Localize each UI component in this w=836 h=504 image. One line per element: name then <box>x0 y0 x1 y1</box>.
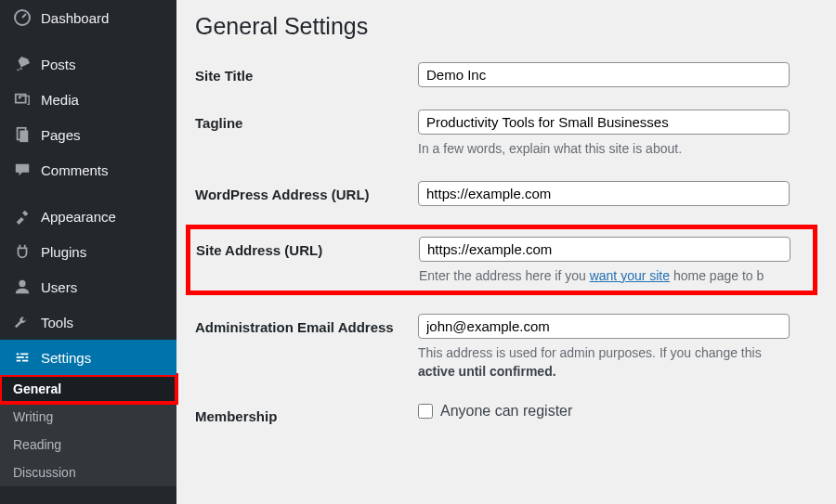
label-wp-url: WordPress Address (URL) <box>195 181 418 202</box>
svg-point-1 <box>19 97 21 99</box>
link-site-url-help[interactable]: want your site <box>590 268 670 283</box>
page-title: General Settings <box>195 13 817 40</box>
row-tagline: Tagline In a few words, explain what thi… <box>195 110 817 159</box>
admin-sidebar: Dashboard Posts Media Pages Comments App… <box>0 0 176 504</box>
appearance-icon <box>13 207 32 226</box>
submenu-item-reading[interactable]: Reading <box>0 431 176 459</box>
svg-rect-6 <box>20 354 28 355</box>
tools-icon <box>13 313 32 331</box>
sidebar-item-media[interactable]: Media <box>0 82 176 117</box>
sidebar-item-posts[interactable]: Posts <box>0 46 176 82</box>
checkbox-anyone-register[interactable] <box>418 404 433 419</box>
sidebar-item-appearance[interactable]: Appearance <box>0 199 176 234</box>
sidebar-label: Media <box>41 92 79 108</box>
label-membership: Membership <box>195 403 418 424</box>
checkbox-label: Anyone can register <box>440 403 572 420</box>
label-tagline: Tagline <box>195 110 418 131</box>
submenu-item-writing[interactable]: Writing <box>0 403 176 431</box>
comments-icon <box>13 161 32 179</box>
desc-tagline: In a few words, explain what this site i… <box>418 140 817 159</box>
row-membership: Membership Anyone can register <box>195 403 817 424</box>
row-wp-url: WordPress Address (URL) <box>195 181 817 206</box>
sidebar-label: Posts <box>41 57 76 72</box>
label-site-url: Site Address (URL) <box>196 237 419 258</box>
input-admin-email[interactable] <box>418 314 790 339</box>
svg-rect-5 <box>17 354 20 355</box>
pin-icon <box>13 55 32 73</box>
sidebar-item-users[interactable]: Users <box>0 269 176 304</box>
sidebar-label: Appearance <box>41 209 116 225</box>
settings-content: General Settings Site Title Tagline In a… <box>176 0 836 504</box>
sidebar-label: Dashboard <box>41 10 109 26</box>
svg-rect-7 <box>17 356 24 358</box>
input-site-url[interactable] <box>419 237 790 262</box>
sidebar-label: Plugins <box>41 244 86 260</box>
settings-icon <box>13 348 32 367</box>
sidebar-label: Pages <box>41 127 81 143</box>
sidebar-item-comments[interactable]: Comments <box>0 152 176 187</box>
media-icon <box>13 90 32 109</box>
label-site-title: Site Title <box>195 62 418 84</box>
desc-admin-email: This address is used for admin purposes.… <box>418 344 817 381</box>
sidebar-item-dashboard[interactable]: Dashboard <box>0 0 176 35</box>
row-site-url: Site Address (URL) Enter the address her… <box>186 225 817 296</box>
input-tagline[interactable] <box>418 110 790 135</box>
label-admin-email: Administration Email Address <box>195 314 418 335</box>
sidebar-label: Tools <box>41 315 73 330</box>
desc-site-url: Enter the address here if you want your … <box>419 267 807 286</box>
submenu-item-discussion[interactable]: Discussion <box>0 459 176 486</box>
row-admin-email: Administration Email Address This addres… <box>195 314 817 381</box>
plugins-icon <box>13 242 32 261</box>
input-wp-url[interactable] <box>418 181 790 206</box>
sidebar-item-settings[interactable]: Settings <box>0 340 176 375</box>
sidebar-label: Users <box>41 279 77 295</box>
svg-rect-9 <box>17 360 21 362</box>
svg-rect-8 <box>26 356 29 358</box>
input-site-title[interactable] <box>418 62 790 87</box>
sidebar-item-tools[interactable]: Tools <box>0 304 176 340</box>
pages-icon <box>13 125 32 144</box>
sidebar-item-plugins[interactable]: Plugins <box>0 234 176 269</box>
svg-point-4 <box>19 280 25 287</box>
svg-rect-10 <box>22 360 28 362</box>
settings-submenu: General Writing Reading Discussion <box>0 375 176 486</box>
row-site-title: Site Title <box>195 62 817 87</box>
svg-rect-3 <box>20 131 28 143</box>
users-icon <box>13 278 32 296</box>
sidebar-label: Comments <box>41 162 109 178</box>
sidebar-label: Settings <box>41 350 91 366</box>
submenu-item-general[interactable]: General <box>0 375 176 403</box>
dashboard-icon <box>13 8 32 27</box>
sidebar-item-pages[interactable]: Pages <box>0 117 176 152</box>
